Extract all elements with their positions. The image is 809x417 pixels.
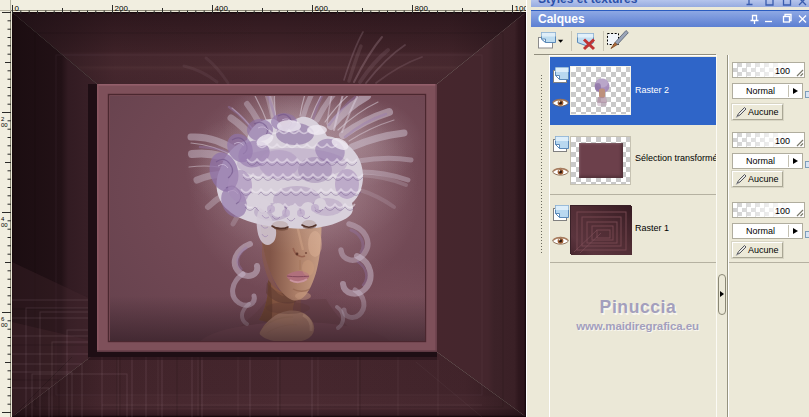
- svg-text:00: 00: [1, 222, 8, 228]
- svg-text:0: 0: [15, 4, 20, 13]
- svg-text:200: 200: [115, 4, 129, 13]
- svg-text:00: 00: [1, 322, 8, 328]
- svg-text:800: 800: [415, 4, 429, 13]
- svg-text:400: 400: [215, 4, 229, 13]
- svg-text:600: 600: [315, 4, 329, 13]
- svg-text:100: 100: [515, 4, 527, 13]
- svg-text:00: 00: [1, 122, 8, 128]
